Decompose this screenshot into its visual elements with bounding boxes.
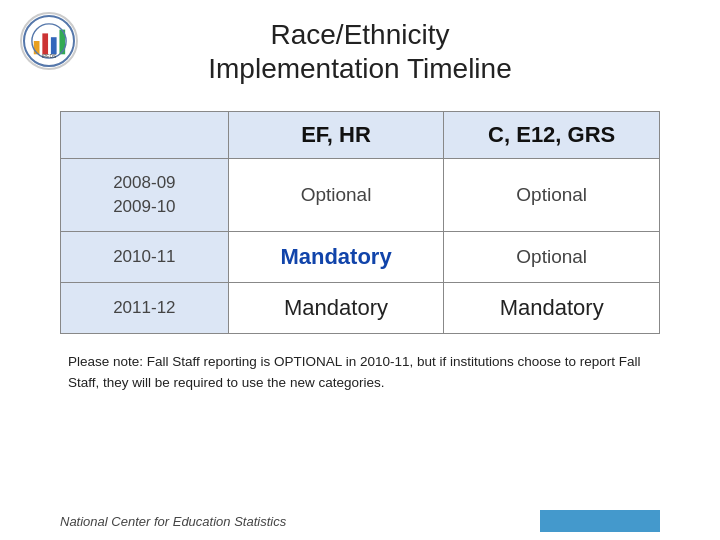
table-row: 2008-09 2009-10 Optional Optional: [61, 159, 660, 232]
svg-text:IPEDS: IPEDS: [42, 54, 56, 59]
table-row: 2011-12 Mandatory Mandatory: [61, 282, 660, 333]
title-block: Race/Ethnicity Implementation Timeline: [208, 18, 511, 85]
footer-color-bar: [540, 510, 660, 532]
ef-hr-cell-2011: Mandatory: [228, 282, 444, 333]
logo-inner: IPEDS: [23, 15, 75, 67]
svg-rect-1: [42, 33, 48, 54]
ef-hr-cell-2010: Mandatory: [228, 231, 444, 282]
table-header-row: EF, HR C, E12, GRS: [61, 112, 660, 159]
year-cell-2011: 2011-12: [61, 282, 229, 333]
footer-organization: National Center for Education Statistics: [60, 514, 286, 529]
table-row: 2010-11 Mandatory Optional: [61, 231, 660, 282]
year-cell-2010: 2010-11: [61, 231, 229, 282]
header-section: IPEDS Race/Ethnicity Implementation Time…: [0, 0, 720, 95]
logo: IPEDS: [20, 12, 78, 70]
note-text: Please note: Fall Staff reporting is OPT…: [68, 354, 641, 390]
col-year-header: [61, 112, 229, 159]
svg-rect-2: [51, 37, 57, 54]
main-content: EF, HR C, E12, GRS 2008-09 2009-10 Optio…: [0, 95, 720, 393]
title-line2: Implementation Timeline: [208, 52, 511, 86]
note-section: Please note: Fall Staff reporting is OPT…: [60, 352, 660, 394]
ef-hr-cell-2008: Optional: [228, 159, 444, 232]
timeline-table: EF, HR C, E12, GRS 2008-09 2009-10 Optio…: [60, 111, 660, 334]
col-c-e12-grs-header: C, E12, GRS: [444, 112, 660, 159]
year-label-2011-12: 2011-12: [113, 298, 175, 317]
year-label-2010-11: 2010-11: [113, 247, 175, 266]
c-e12-grs-cell-2011: Mandatory: [444, 282, 660, 333]
year-cell-2008: 2008-09 2009-10: [61, 159, 229, 232]
footer: National Center for Education Statistics: [60, 510, 660, 532]
col-ef-hr-header: EF, HR: [228, 112, 444, 159]
year-label-2008-09: 2008-09: [113, 173, 175, 192]
title-line1: Race/Ethnicity: [208, 18, 511, 52]
c-e12-grs-cell-2008: Optional: [444, 159, 660, 232]
year-label-2009-10: 2009-10: [113, 197, 175, 216]
c-e12-grs-cell-2010: Optional: [444, 231, 660, 282]
